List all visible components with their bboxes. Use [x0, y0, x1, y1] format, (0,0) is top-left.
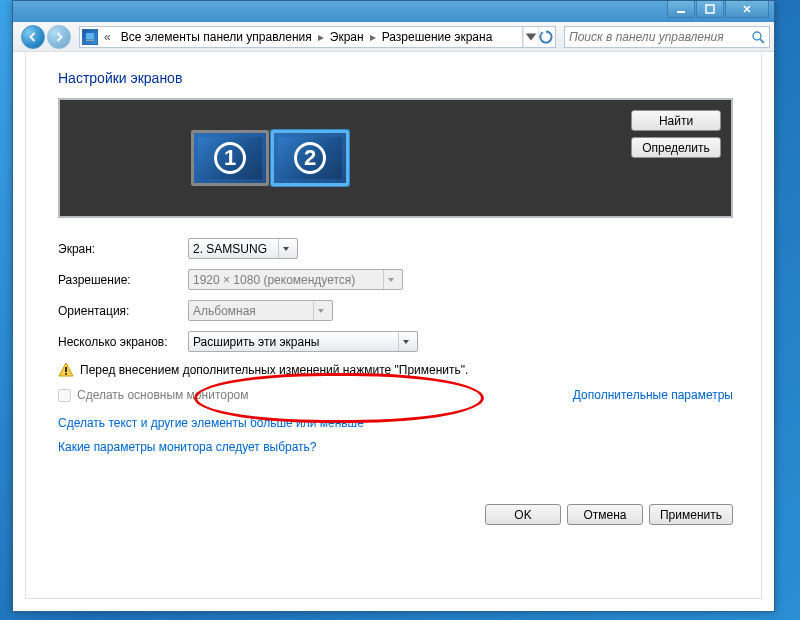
chevron-right-icon: ▸: [318, 30, 324, 44]
address-bar-end: [522, 27, 553, 47]
primary-monitor-checkbox: [58, 389, 71, 402]
address-refresh-button[interactable]: [538, 27, 553, 47]
monitor-thumb-2[interactable]: 2: [271, 130, 349, 186]
resolution-select-value: 1920 × 1080 (рекомендуется): [193, 273, 355, 287]
cancel-button[interactable]: Отмена: [567, 504, 643, 525]
advanced-settings-link[interactable]: Дополнительные параметры: [573, 388, 733, 402]
search-box[interactable]: [564, 26, 770, 48]
multiple-displays-select[interactable]: Расширить эти экраны: [188, 331, 418, 352]
chevron-right-icon: ▸: [370, 30, 376, 44]
label-multiple-displays: Несколько экранов:: [58, 335, 188, 349]
nav-forward-button[interactable]: [47, 25, 71, 49]
chevron-down-icon: [383, 270, 398, 289]
primary-monitor-label: Сделать основным монитором: [77, 388, 249, 402]
monitor-thumb-1[interactable]: 1: [191, 130, 269, 186]
warning-icon: [58, 362, 74, 378]
svg-rect-0: [677, 11, 685, 13]
display-select-value: 2. SAMSUNG: [193, 242, 267, 256]
breadcrumb-resolution[interactable]: Разрешение экрана: [378, 30, 497, 44]
search-input[interactable]: [569, 30, 751, 44]
warning-text: Перед внесением дополнительных изменений…: [80, 363, 468, 377]
svg-rect-7: [65, 373, 67, 375]
window-titlebar: [13, 1, 774, 22]
orientation-select-value: Альбомная: [193, 304, 256, 318]
monitor-preview-panel: 1 2 Найти Определить: [58, 98, 733, 218]
monitor-number: 2: [304, 145, 316, 171]
nav-buttons: [21, 25, 71, 49]
svg-rect-3: [86, 39, 94, 41]
breadcrumb-screen[interactable]: Экран: [326, 30, 368, 44]
address-bar[interactable]: « Все элементы панели управления ▸ Экран…: [79, 26, 556, 48]
find-button[interactable]: Найти: [631, 110, 721, 131]
breadcrumb-chevrons: «: [100, 30, 115, 44]
monitor-help-link[interactable]: Какие параметры монитора следует выбрать…: [58, 440, 317, 454]
minimize-button[interactable]: [667, 1, 695, 18]
control-panel-window: « Все элементы панели управления ▸ Экран…: [12, 0, 775, 612]
control-panel-icon: [82, 29, 98, 45]
svg-rect-2: [86, 33, 94, 39]
chevron-down-icon: [398, 332, 413, 351]
text-size-link[interactable]: Сделать текст и другие элементы больше и…: [58, 416, 364, 430]
breadcrumb-all-items[interactable]: Все элементы панели управления: [117, 30, 316, 44]
svg-point-4: [753, 32, 761, 40]
maximize-button[interactable]: [696, 1, 724, 18]
multiple-displays-value: Расширить эти экраны: [193, 335, 319, 349]
label-resolution: Разрешение:: [58, 273, 188, 287]
svg-rect-6: [65, 367, 67, 372]
nav-toolbar: « Все элементы панели управления ▸ Экран…: [13, 22, 774, 52]
display-select[interactable]: 2. SAMSUNG: [188, 238, 298, 259]
apply-button[interactable]: Применить: [649, 504, 733, 525]
primary-monitor-checkbox-row: Сделать основным монитором: [58, 388, 249, 402]
chevron-down-icon: [313, 301, 328, 320]
close-button[interactable]: [725, 1, 769, 18]
ok-button[interactable]: OK: [485, 504, 561, 525]
nav-back-button[interactable]: [21, 25, 45, 49]
label-display: Экран:: [58, 242, 188, 256]
label-orientation: Ориентация:: [58, 304, 188, 318]
orientation-select[interactable]: Альбомная: [188, 300, 333, 321]
svg-rect-1: [706, 5, 714, 13]
address-dropdown-button[interactable]: [523, 27, 538, 47]
search-icon: [751, 30, 765, 44]
monitor-number: 1: [224, 145, 236, 171]
chevron-down-icon: [278, 239, 293, 258]
page-title: Настройки экранов: [58, 70, 733, 86]
identify-button[interactable]: Определить: [631, 137, 721, 158]
window-controls: [667, 1, 769, 18]
svg-line-5: [760, 39, 764, 43]
content-area: Настройки экранов 1 2 Найти Определить: [25, 51, 762, 599]
resolution-select[interactable]: 1920 × 1080 (рекомендуется): [188, 269, 403, 290]
